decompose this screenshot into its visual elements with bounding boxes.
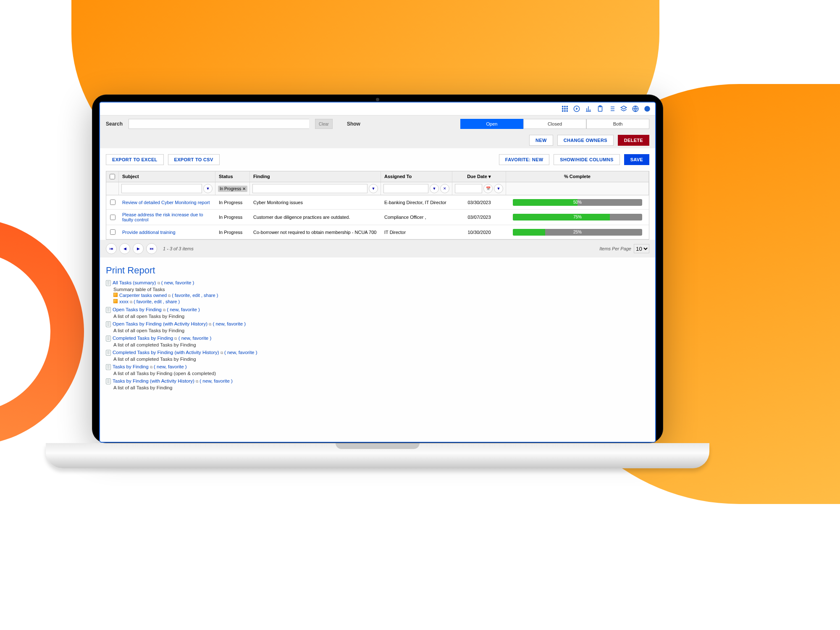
- report-sub-item: xxxx ⧉ ( favorite, edit , share ): [113, 299, 649, 304]
- action-row: NEW CHANGE OWNERS DELETE: [100, 132, 655, 148]
- finding-cell: Cyber Monitoring issues: [250, 197, 381, 207]
- show-open[interactable]: Open: [460, 119, 523, 129]
- report-link[interactable]: Completed Tasks by Finding (with Activit…: [113, 350, 219, 355]
- report-meta[interactable]: ( new, favorite ): [154, 364, 187, 369]
- document-icon: [106, 336, 111, 341]
- show-both[interactable]: Both: [586, 119, 649, 129]
- search-input[interactable]: [129, 119, 309, 129]
- svg-point-13: [644, 106, 650, 112]
- col-subject[interactable]: Subject: [119, 171, 215, 182]
- report-sub-item: Carpenter tasks owned ⧉ ( favorite, edit…: [113, 293, 649, 298]
- report-link[interactable]: Open Tasks by Finding (with Activity His…: [113, 321, 207, 326]
- filter-icon[interactable]: ▼: [430, 184, 439, 193]
- report-link[interactable]: Tasks by Finding: [113, 364, 149, 369]
- change-owners-button[interactable]: CHANGE OWNERS: [557, 135, 614, 146]
- subject-link[interactable]: Provide additional training: [122, 230, 176, 235]
- report-meta[interactable]: ( favorite, edit , share ): [134, 299, 180, 304]
- col-finding[interactable]: Finding: [250, 171, 381, 182]
- filter-icon[interactable]: ▼: [369, 184, 378, 193]
- list-icon[interactable]: [608, 105, 616, 113]
- app-screen: Search Clear Show Open Closed Both NEW C…: [99, 102, 656, 443]
- top-toolbar: [100, 102, 655, 116]
- external-icon: ⧉: [209, 322, 211, 326]
- grid-header: Subject Status Finding Assigned To Due D…: [106, 171, 649, 182]
- delete-button[interactable]: DELETE: [618, 135, 649, 146]
- report-meta[interactable]: ( new, favorite ): [200, 378, 233, 383]
- globe-icon[interactable]: [632, 105, 639, 113]
- export-row: EXPORT TO EXCEL EXPORT TO CSV FAVORITE: …: [100, 148, 655, 171]
- external-icon: ⧉: [130, 300, 132, 304]
- report-link[interactable]: Carpenter tasks owned: [119, 293, 167, 298]
- report-link[interactable]: Tasks by Finding (with Activity History): [113, 378, 194, 383]
- report-desc: A list of all Tasks by Finding: [113, 385, 649, 390]
- subject-link[interactable]: Please address the risk increase due to …: [122, 212, 203, 222]
- status-filter-chip[interactable]: In Progress ✕: [218, 186, 247, 192]
- report-item: Completed Tasks by Finding (with Activit…: [106, 350, 649, 362]
- layers-icon[interactable]: [620, 105, 627, 113]
- show-closed[interactable]: Closed: [523, 119, 586, 129]
- select-all-checkbox[interactable]: [110, 174, 115, 179]
- search-label: Search: [106, 121, 123, 127]
- filter-due[interactable]: [455, 184, 482, 193]
- pager-prev-icon[interactable]: ◀: [119, 243, 130, 254]
- clipboard-icon[interactable]: [596, 105, 604, 113]
- finding-cell: Customer due diligence practices are out…: [250, 212, 381, 222]
- clear-filter-icon[interactable]: ✕: [242, 186, 246, 191]
- ipp-select[interactable]: 10: [634, 244, 649, 253]
- row-checkbox[interactable]: [110, 229, 116, 235]
- report-link[interactable]: Completed Tasks by Finding: [113, 336, 173, 341]
- search-bar: Search Clear Show Open Closed Both: [100, 116, 655, 132]
- play-circle-icon[interactable]: [573, 105, 580, 113]
- col-due[interactable]: Due Date ▾: [452, 171, 506, 182]
- bg-decoration: [0, 200, 102, 463]
- report-link[interactable]: xxxx: [119, 299, 129, 304]
- row-checkbox[interactable]: [110, 200, 116, 205]
- row-checkbox[interactable]: [110, 215, 116, 220]
- pager-first-icon[interactable]: ⏮: [106, 243, 117, 254]
- svg-point-1: [564, 106, 565, 107]
- report-meta[interactable]: ( new, favorite ): [213, 321, 246, 326]
- favorite-dropdown[interactable]: FAVORITE: NEW: [499, 154, 549, 165]
- filter-icon[interactable]: ▼: [203, 184, 213, 193]
- pager-summary: 1 - 3 of 3 items: [163, 246, 194, 251]
- pager-next-icon[interactable]: ▶: [133, 243, 144, 254]
- report-meta[interactable]: ( new, favorite ): [224, 350, 257, 355]
- filter-assigned[interactable]: [383, 184, 428, 193]
- col-assigned[interactable]: Assigned To: [381, 171, 452, 182]
- filter-finding[interactable]: [252, 184, 368, 193]
- report-item: Completed Tasks by Finding ⧉ ( new, favo…: [106, 336, 649, 347]
- report-meta[interactable]: ( new, favorite ): [161, 280, 194, 285]
- report-meta[interactable]: ( new, favorite ): [178, 336, 212, 341]
- document-icon: [106, 280, 111, 286]
- filter-icon[interactable]: ▼: [494, 184, 503, 193]
- clear-button[interactable]: Clear: [315, 119, 333, 129]
- external-icon: ⧉: [196, 379, 198, 383]
- report-desc: A list of all completed Tasks by Finding: [113, 357, 649, 362]
- new-button[interactable]: NEW: [529, 135, 553, 146]
- apps-grid-icon[interactable]: [561, 105, 569, 113]
- due-cell: 03/07/2023: [452, 212, 506, 222]
- export-csv-button[interactable]: EXPORT TO CSV: [168, 154, 220, 165]
- save-button[interactable]: SAVE: [624, 154, 649, 165]
- document-icon: [106, 350, 111, 356]
- report-link[interactable]: All Tasks (summary): [113, 280, 156, 285]
- export-excel-button[interactable]: EXPORT TO EXCEL: [106, 154, 164, 165]
- finding-cell: Co-borrower not required to obtain membe…: [250, 227, 381, 237]
- report-link[interactable]: Open Tasks by Finding: [113, 307, 162, 312]
- svg-point-3: [562, 108, 563, 109]
- clear-icon[interactable]: ✕: [440, 184, 449, 193]
- calendar-icon[interactable]: 📅: [483, 184, 493, 193]
- chart-icon[interactable]: [585, 105, 592, 113]
- col-pct[interactable]: % Complete: [506, 171, 649, 182]
- subject-link[interactable]: Review of detailed Cyber Monitoring repo…: [122, 200, 210, 205]
- filter-subject[interactable]: [121, 184, 202, 193]
- pager-last-icon[interactable]: ⏭: [146, 243, 157, 254]
- more-icon[interactable]: [643, 105, 651, 113]
- progress-bar: 50%: [513, 199, 642, 206]
- table-row: Please address the risk increase due to …: [106, 210, 649, 225]
- report-meta[interactable]: ( new, favorite ): [167, 307, 200, 312]
- col-status[interactable]: Status: [215, 171, 250, 182]
- showhide-columns-dropdown[interactable]: SHOW/HIDE COLUMNS: [554, 154, 620, 165]
- report-meta[interactable]: ( favorite, edit , share ): [172, 293, 218, 298]
- pct-cell: 75%: [506, 211, 649, 223]
